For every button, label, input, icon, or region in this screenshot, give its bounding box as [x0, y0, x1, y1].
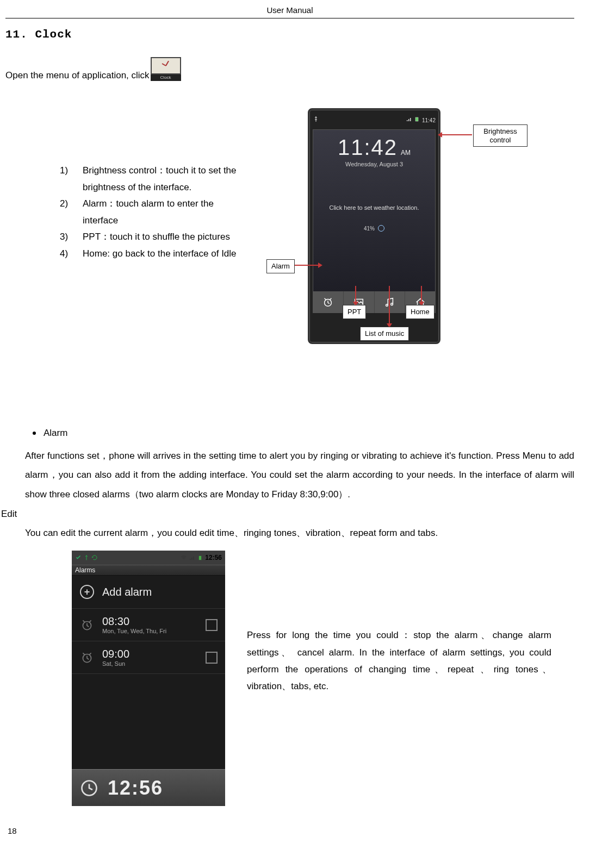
battery-icon — [197, 554, 203, 561]
clock-date: Wednesday, August 3 — [313, 160, 435, 167]
alarm-clock-icon — [79, 617, 95, 633]
clock-ampm: AM — [401, 149, 411, 157]
valid-icon — [75, 554, 82, 561]
alarm-time: 08:30 — [102, 615, 166, 628]
feature-list: 1) Brightness control：touch it to set th… — [5, 108, 250, 263]
open-line-text: Open the menu of application, click — [5, 70, 150, 81]
feature-num: 2) — [60, 196, 73, 229]
arrow-brightness — [442, 134, 472, 135]
alarm-days: Mon, Tue, Wed, Thu, Fri — [102, 628, 166, 634]
alarms-status-time: 12:56 — [205, 554, 222, 561]
usb-icon — [313, 116, 319, 122]
alarm-row[interactable]: 09:00 Sat, Sun — [72, 641, 225, 674]
arrow-alarm — [295, 265, 319, 266]
refresh-icon — [91, 554, 98, 561]
feature-item: 3) PPT：touch it to shuffle the pictures — [60, 229, 250, 246]
feature-text: PPT：touch it to shuffle the pictures — [83, 229, 230, 246]
open-application-line: Open the menu of application, click Cloc… — [5, 57, 574, 81]
bullet-dot-icon — [33, 432, 36, 435]
alarm-bullet: Alarm — [33, 423, 574, 443]
svg-point-3 — [386, 304, 388, 307]
alarm-icon — [322, 296, 334, 308]
header-rule — [5, 18, 574, 18]
callout-alarm: Alarm — [266, 259, 295, 273]
edit-label: Edit — [1, 504, 574, 524]
svg-rect-5 — [199, 556, 202, 560]
alarm-toggle[interactable] — [206, 652, 218, 664]
feature-text: Home: go back to the interface of Idle — [83, 246, 237, 263]
signal-icon — [406, 116, 412, 122]
edit-paragraph: You can edit the current alarm，you could… — [5, 523, 574, 543]
feature-item: 2) Alarm：touch alarm to enter the interf… — [60, 196, 250, 229]
feature-item: 4) Home: go back to the interface of Idl… — [60, 246, 250, 263]
alarms-title: Alarms — [72, 565, 225, 576]
feature-num: 1) — [60, 163, 73, 196]
clock-screen-diagram: 11:42 11:42 AM Wednesday, August 3 Click… — [266, 108, 560, 358]
desk-clock-bar[interactable]: 12:56 — [72, 769, 225, 806]
section-title: 11. Clock — [5, 28, 574, 41]
status-right: 11:42 — [406, 116, 436, 123]
alarm-days: Sat, Sun — [102, 660, 129, 667]
feature-text: Alarm：touch alarm to enter the interface — [83, 196, 250, 229]
wifi-icon — [181, 554, 187, 561]
svg-point-4 — [391, 303, 393, 305]
alarm-paragraph: After functions set，phone will arrives i… — [5, 446, 574, 504]
callout-music: List of music — [360, 327, 409, 341]
feature-num: 4) — [60, 246, 73, 263]
desk-clock-time: 12:56 — [108, 777, 163, 800]
clock-time: 11:42 — [338, 135, 398, 160]
arrow-home — [421, 286, 422, 302]
usb-icon — [83, 554, 90, 561]
callout-ppt: PPT — [343, 305, 366, 319]
add-alarm-row[interactable]: + Add alarm — [72, 576, 225, 609]
feature-num: 3) — [60, 229, 73, 246]
svg-rect-0 — [415, 117, 418, 121]
arrow-music — [389, 286, 390, 324]
alarm-time: 09:00 — [102, 648, 129, 660]
status-time: 11:42 — [422, 117, 436, 123]
bullet-label: Alarm — [44, 423, 67, 443]
page-header: User Manual — [5, 5, 574, 18]
add-alarm-label: Add alarm — [102, 586, 152, 598]
plus-icon: + — [80, 585, 94, 599]
desk-clock-icon — [79, 778, 99, 798]
phone-mock-alarms: 12:56 Alarms + Add alarm 08:30 Mon, Tue,… — [72, 551, 225, 806]
page-number: 18 — [8, 826, 17, 835]
alarms-statusbar: 12:56 — [72, 551, 225, 565]
clock-app-icon-label: Clock — [151, 74, 181, 81]
signal-icon — [189, 554, 195, 561]
clock-app-icon: Clock — [151, 57, 181, 81]
arrow-ppt — [355, 286, 356, 302]
alarm-row[interactable]: 08:30 Mon, Tue, Wed, Thu, Fri — [72, 609, 225, 641]
charging-icon — [378, 225, 384, 232]
toolbar-alarm-button[interactable] — [313, 291, 344, 313]
status-left-icons — [313, 116, 319, 123]
alarm-toggle[interactable] — [206, 619, 218, 631]
battery-icon — [414, 116, 420, 122]
alarm-clock-icon — [79, 650, 95, 665]
long-press-paragraph: Press for long the time you could：stop t… — [247, 551, 551, 695]
weather-hint[interactable]: Click here to set weather location. — [313, 167, 435, 211]
callout-home: Home — [406, 305, 434, 319]
callout-brightness: Brightness control — [473, 124, 527, 147]
feature-text: Brightness control：touch it to set the b… — [83, 163, 250, 196]
feature-item: 1) Brightness control：touch it to set th… — [60, 163, 250, 196]
battery-percent: 41% — [364, 226, 375, 232]
